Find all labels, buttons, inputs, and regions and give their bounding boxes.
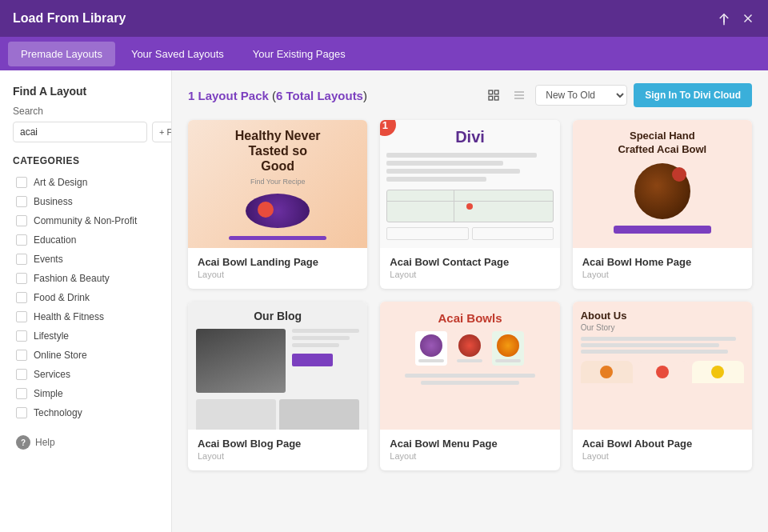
- cat-checkbox-events: [16, 254, 27, 265]
- card-title-landing: Acai Bowl Landing Page: [198, 256, 358, 268]
- card-info-about: Acai Bowl About Page Layout: [573, 430, 752, 470]
- nav-tabs: Premade Layouts Your Saved Layouts Your …: [0, 37, 768, 70]
- map-grid-v: [454, 190, 454, 222]
- card-type-contact: Layout: [390, 270, 550, 279]
- layout-card-landing[interactable]: Healthy NeverTasted soGood Find Your Rec…: [188, 120, 367, 289]
- help-icon: ?: [16, 435, 30, 450]
- category-services[interactable]: Services: [13, 365, 158, 384]
- thumb-menu-title: Acai Bowls: [438, 311, 502, 325]
- map-grid-h: [387, 201, 552, 202]
- addr-line-3: [386, 169, 520, 174]
- menu-desc-2: [421, 381, 519, 385]
- addr-line-1: [386, 153, 536, 158]
- card-title-menu: Acai Bowl Menu Page: [390, 438, 550, 450]
- help-label: Help: [35, 437, 55, 448]
- cat-label-food: Food & Drink: [34, 292, 90, 303]
- menu-description-lines: [388, 374, 551, 385]
- card-info-menu: Acai Bowl Menu Page Layout: [380, 430, 559, 470]
- field-2: [472, 227, 554, 240]
- cat-checkbox-education: [16, 234, 27, 246]
- grid-icon: [487, 89, 500, 102]
- thumb-divi-logo: Divi: [455, 128, 485, 146]
- category-business[interactable]: Business: [13, 192, 158, 211]
- cat-checkbox-health: [16, 311, 27, 322]
- card-info-contact: Acai Bowl Contact Page Layout: [380, 248, 559, 289]
- layout-card-home[interactable]: Special HandCrafted Acai Bowl Acai Bowl …: [573, 120, 752, 289]
- svg-rect-4: [489, 90, 493, 94]
- menu-circle-1: [420, 334, 442, 357]
- search-input[interactable]: [13, 122, 147, 142]
- filter-button[interactable]: + Filter: [152, 122, 172, 142]
- search-label: Search: [13, 106, 158, 117]
- category-lifestyle[interactable]: Lifestyle: [13, 326, 158, 346]
- layout-card-contact[interactable]: 1 Divi: [380, 120, 559, 289]
- card-type-menu: Layout: [390, 451, 550, 461]
- menu-item-deluxe: [492, 331, 524, 366]
- category-fashion[interactable]: Fashion & Beauty: [13, 269, 158, 288]
- sort-select[interactable]: New To Old Old To New A to Z Z to A: [535, 85, 627, 106]
- layouts-content: 1 Layout Pack (6 Total Layouts) New To O: [172, 70, 768, 532]
- cat-label-fashion: Fashion & Beauty: [34, 273, 110, 284]
- help-button[interactable]: ? Help: [13, 429, 158, 456]
- category-community[interactable]: Community & Non-Profit: [13, 211, 158, 230]
- about-line-1: [581, 337, 736, 341]
- thumb-about-title: About Us: [581, 310, 744, 322]
- category-simple[interactable]: Simple: [13, 384, 158, 403]
- cat-checkbox-technology: [16, 407, 27, 418]
- svg-rect-6: [489, 96, 493, 100]
- menu-label-2: [457, 359, 482, 362]
- category-food[interactable]: Food & Drink: [13, 288, 158, 307]
- card-thumbnail-landing: Healthy NeverTasted soGood Find Your Rec…: [188, 120, 367, 248]
- layout-card-blog[interactable]: Our Blog: [188, 302, 367, 470]
- layout-card-menu[interactable]: Acai Bowls: [380, 302, 559, 470]
- category-education[interactable]: Education: [13, 230, 158, 250]
- card-info-home: Acai Bowl Home Page Layout: [573, 248, 752, 289]
- menu-circle-3: [497, 334, 519, 357]
- cat-label-services: Services: [34, 369, 70, 380]
- modal-title: Load From Library: [13, 11, 126, 26]
- grid-view-button[interactable]: [484, 86, 503, 105]
- card-type-home: Layout: [582, 270, 742, 279]
- close-icon[interactable]: [741, 11, 755, 26]
- cat-label-art: Art & Design: [34, 177, 87, 188]
- menu-label-3: [495, 359, 521, 362]
- card-info-landing: Acai Bowl Landing Page Layout: [188, 248, 367, 289]
- card-title-about: Acai Bowl About Page: [582, 438, 742, 450]
- layout-card-about[interactable]: About Us Our Story: [573, 302, 752, 470]
- thumb-blog-title: Our Blog: [196, 310, 359, 322]
- cat-checkbox-simple: [16, 388, 27, 399]
- card-thumbnail-contact: Divi: [380, 120, 559, 248]
- card-info-blog: Acai Bowl Blog Page Layout: [188, 430, 367, 470]
- category-health[interactable]: Health & Fitness: [13, 307, 158, 326]
- thumb-landing-title: Healthy NeverTasted soGood: [235, 128, 321, 174]
- about-line-3: [581, 350, 728, 354]
- card-title-home: Acai Bowl Home Page: [582, 256, 742, 268]
- category-technology[interactable]: Technology: [13, 403, 158, 422]
- cat-label-events: Events: [34, 254, 63, 265]
- blog-secondary-items: [196, 399, 359, 430]
- tab-premade-layouts[interactable]: Premade Layouts: [8, 42, 115, 66]
- tab-existing-pages[interactable]: Your Existing Pages: [240, 42, 358, 66]
- category-events[interactable]: Events: [13, 250, 158, 269]
- category-art-design[interactable]: Art & Design: [13, 173, 158, 192]
- sort-icon[interactable]: [717, 11, 731, 26]
- about-card-3: [692, 361, 744, 383]
- about-line-2: [581, 343, 720, 347]
- menu-item-triple: [454, 331, 486, 366]
- cat-label-lifestyle: Lifestyle: [34, 330, 69, 342]
- list-view-button[interactable]: [510, 86, 529, 105]
- cat-checkbox-food: [16, 292, 27, 303]
- main-content: Find A Layout Search + Filter Categories…: [0, 70, 768, 532]
- addr-line-4: [386, 177, 486, 182]
- card-type-blog: Layout: [198, 451, 358, 461]
- tab-saved-layouts[interactable]: Your Saved Layouts: [118, 42, 237, 66]
- card-thumbnail-blog: Our Blog: [188, 302, 367, 430]
- menu-desc-1: [405, 374, 535, 378]
- thumb-home-cta: [614, 226, 712, 234]
- category-online-store[interactable]: Online Store: [13, 346, 158, 365]
- field-1: [386, 227, 468, 240]
- layout-count: 1 Layout Pack (6 Total Layouts): [188, 89, 367, 102]
- sign-in-cloud-button[interactable]: Sign In To Divi Cloud: [634, 83, 752, 107]
- blog-line-1: [292, 329, 359, 333]
- modal-header: Load From Library: [0, 0, 768, 37]
